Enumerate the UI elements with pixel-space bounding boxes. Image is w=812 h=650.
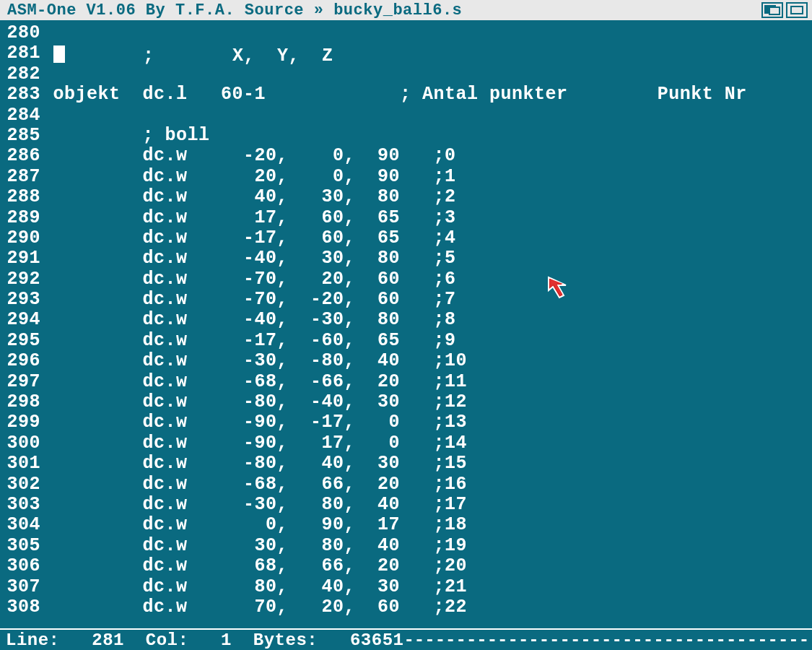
- line-number: 286: [3, 146, 40, 166]
- line-text: dc.w 80, 40, 30 ;21: [40, 577, 467, 597]
- status-bar: Line: 281 Col: 1 Bytes: 63651 ----------…: [0, 628, 812, 650]
- line-number: 291: [3, 248, 40, 269]
- line-number: 289: [3, 208, 40, 228]
- line-number: 300: [3, 433, 40, 454]
- text-cursor: [53, 46, 65, 63]
- status-col-value: 1: [221, 630, 232, 650]
- code-line[interactable]: 291 dc.w -40, 30, 80 ;5: [3, 248, 812, 269]
- line-number: 281: [3, 43, 40, 64]
- line-number: 284: [3, 105, 40, 126]
- line-text: dc.w -30, -80, 40 ;10: [40, 351, 467, 371]
- line-number: 292: [3, 269, 40, 290]
- code-line[interactable]: 296 dc.w -30, -80, 40 ;10: [3, 351, 812, 371]
- code-line[interactable]: 295 dc.w -17, -60, 65 ;9: [3, 331, 812, 351]
- code-line[interactable]: 306 dc.w 68, 66, 20 ;20: [3, 556, 812, 576]
- zoom-gadget-icon[interactable]: [786, 2, 808, 18]
- line-text: dc.w 20, 0, 90 ;1: [40, 167, 456, 187]
- line-number: 297: [3, 372, 40, 392]
- code-line[interactable]: 281 ; X, Y, Z: [3, 43, 812, 64]
- line-text: dc.w -80, 40, 30 ;15: [40, 454, 467, 474]
- app-window: ASM-One V1.06 By T.F.A. Source » bucky_b…: [0, 0, 812, 650]
- window-title: ASM-One V1.06 By T.F.A. Source » bucky_b…: [7, 1, 761, 20]
- line-number: 301: [3, 454, 40, 474]
- line-text: objekt dc.l 60-1 ; Antal punkter Punkt N…: [40, 84, 747, 105]
- line-text: dc.w -70, 20, 60 ;6: [40, 269, 456, 290]
- line-number: 299: [3, 412, 40, 433]
- line-text: dc.w -68, -66, 20 ;11: [40, 372, 467, 392]
- editor-area[interactable]: 280 281 ; X, Y, Z282 283 objekt dc.l 60-…: [0, 22, 812, 628]
- status-dashes: ----------------------------------------…: [403, 630, 812, 650]
- line-number: 280: [3, 23, 40, 43]
- code-line[interactable]: 284: [3, 105, 812, 126]
- line-text: dc.w -17, -60, 65 ;9: [40, 331, 456, 351]
- line-text: dc.w -68, 66, 20 ;16: [40, 474, 467, 495]
- code-line[interactable]: 299 dc.w -90, -17, 0 ;13: [3, 412, 812, 433]
- line-number: 305: [3, 536, 40, 556]
- code-line[interactable]: 290 dc.w -17, 60, 65 ;4: [3, 228, 812, 248]
- line-text: dc.w 70, 20, 60 ;22: [40, 597, 467, 618]
- title-bar[interactable]: ASM-One V1.06 By T.F.A. Source » bucky_b…: [0, 0, 812, 22]
- code-line[interactable]: 283 objekt dc.l 60-1 ; Antal punkter Pun…: [3, 84, 812, 105]
- code-line[interactable]: 308 dc.w 70, 20, 60 ;22: [3, 597, 812, 618]
- line-text: [40, 64, 53, 84]
- line-number: 304: [3, 515, 40, 535]
- line-text: dc.w -30, 80, 40 ;17: [40, 495, 467, 515]
- code-line[interactable]: 285 ; boll: [3, 126, 812, 146]
- line-text: dc.w -20, 0, 90 ;0: [40, 146, 456, 166]
- status-bytes-label: Bytes:: [253, 630, 318, 650]
- line-text: dc.w 0, 90, 17 ;18: [40, 515, 467, 535]
- line-text: [40, 105, 53, 126]
- code-line[interactable]: 294 dc.w -40, -30, 80 ;8: [3, 310, 812, 330]
- code-line[interactable]: 287 dc.w 20, 0, 90 ;1: [3, 167, 812, 187]
- code-line[interactable]: 289 dc.w 17, 60, 65 ;3: [3, 208, 812, 228]
- code-line[interactable]: 280: [3, 23, 812, 43]
- line-text: dc.w 30, 80, 40 ;19: [40, 536, 467, 556]
- line-text: dc.w -80, -40, 30 ;12: [40, 392, 467, 412]
- line-number: 282: [3, 64, 40, 84]
- line-number: 307: [3, 577, 40, 597]
- code-line[interactable]: 300 dc.w -90, 17, 0 ;14: [3, 433, 812, 454]
- code-line[interactable]: 303 dc.w -30, 80, 40 ;17: [3, 495, 812, 515]
- line-number: 283: [3, 84, 40, 105]
- code-line[interactable]: 292 dc.w -70, 20, 60 ;6: [3, 269, 812, 290]
- line-number: 302: [3, 474, 40, 495]
- line-number: 295: [3, 331, 40, 351]
- line-number: 296: [3, 351, 40, 371]
- line-text: ; boll: [40, 126, 210, 146]
- code-line[interactable]: 305 dc.w 30, 80, 40 ;19: [3, 536, 812, 556]
- line-number: 306: [3, 556, 40, 576]
- line-number: 298: [3, 392, 40, 412]
- status-line-label: Line:: [6, 630, 60, 650]
- line-text: [40, 23, 53, 43]
- line-text: dc.w -90, 17, 0 ;14: [40, 433, 467, 454]
- line-text: dc.w -40, -30, 80 ;8: [40, 310, 456, 330]
- status-bytes-value: 63651: [350, 630, 404, 650]
- line-text: dc.w -17, 60, 65 ;4: [40, 228, 456, 248]
- line-text: dc.w 17, 60, 65 ;3: [40, 208, 456, 228]
- code-line[interactable]: 302 dc.w -68, 66, 20 ;16: [3, 474, 812, 495]
- line-text: dc.w -70, -20, 60 ;7: [40, 290, 456, 310]
- code-line[interactable]: 293 dc.w -70, -20, 60 ;7: [3, 290, 812, 310]
- line-text: dc.w 40, 30, 80 ;2: [40, 187, 456, 207]
- depth-gadget-icon[interactable]: [761, 2, 783, 18]
- line-text: dc.w -40, 30, 80 ;5: [40, 248, 456, 269]
- code-line[interactable]: 297 dc.w -68, -66, 20 ;11: [3, 372, 812, 392]
- line-number: 288: [3, 187, 40, 207]
- code-line[interactable]: 298 dc.w -80, -40, 30 ;12: [3, 392, 812, 412]
- line-number: 294: [3, 310, 40, 330]
- code-line[interactable]: 304 dc.w 0, 90, 17 ;18: [3, 515, 812, 535]
- line-text: dc.w 68, 66, 20 ;20: [40, 556, 467, 576]
- line-number: 308: [3, 597, 40, 618]
- status-line-value: 281: [92, 630, 124, 650]
- code-line[interactable]: 307 dc.w 80, 40, 30 ;21: [3, 577, 812, 597]
- line-number: 303: [3, 495, 40, 515]
- line-text: ; X, Y, Z: [40, 43, 333, 64]
- code-line[interactable]: 286 dc.w -20, 0, 90 ;0: [3, 146, 812, 166]
- code-line[interactable]: 301 dc.w -80, 40, 30 ;15: [3, 454, 812, 474]
- line-number: 290: [3, 228, 40, 248]
- code-line[interactable]: 282: [3, 64, 812, 84]
- line-number: 285: [3, 126, 40, 146]
- line-number: 287: [3, 167, 40, 187]
- code-line[interactable]: 288 dc.w 40, 30, 80 ;2: [3, 187, 812, 207]
- line-number: 293: [3, 290, 40, 310]
